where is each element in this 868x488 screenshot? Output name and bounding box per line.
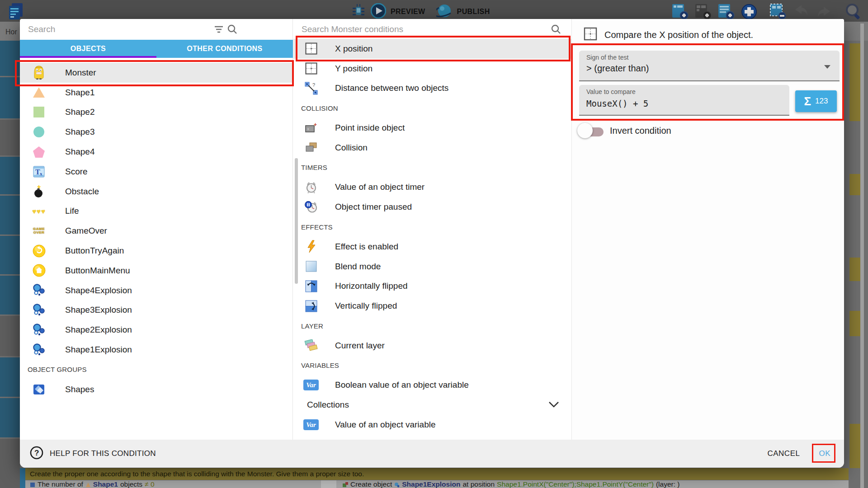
condition-label: Vertically flipped	[335, 301, 397, 311]
object-label: Monster	[65, 68, 96, 78]
object-row-shape4[interactable]: Shape4	[20, 142, 293, 162]
object-row-shape2[interactable]: Shape2	[20, 103, 293, 122]
condition-label: Value of an object variable	[335, 420, 436, 430]
objects-search-row	[20, 19, 292, 40]
condition-row-vertically-flipped[interactable]: Vertically flipped	[293, 296, 572, 316]
object-row-shapes[interactable]: Shapes	[20, 380, 293, 399]
triangle-icon	[27, 87, 51, 98]
conditions-scrollbar[interactable]	[295, 158, 298, 284]
chevron-down-icon[interactable]	[548, 400, 559, 410]
cancel-button[interactable]: CANCEL	[767, 449, 800, 458]
object-row-gameover[interactable]: GAMEOVERGameOver	[20, 221, 293, 241]
explosion-icon	[27, 343, 51, 357]
tab-objects[interactable]: OBJECTS	[20, 40, 156, 58]
event-condition-cell: The number of Shape1 objects ≠ 0	[25, 480, 321, 488]
object-row-shape3[interactable]: Shape3	[20, 122, 293, 142]
condition-label: Point inside object	[335, 123, 405, 133]
condition-row-current-layer[interactable]: Current layer	[293, 336, 572, 356]
object-row-obstacle[interactable]: Obstacle	[20, 182, 293, 202]
condition-row-collision[interactable]: Collision	[293, 138, 572, 158]
object-row-buttonmainmenu[interactable]: ButtonMainMenu	[20, 261, 293, 281]
object-row-shape3explosion[interactable]: Shape3Explosion	[20, 300, 293, 320]
condition-row-point-inside-object[interactable]: ++Point inside object	[293, 118, 572, 138]
action-object: Shape1Explosion	[402, 480, 460, 488]
sign-of-test-select[interactable]: Sign of the test > (greater than)	[579, 51, 840, 81]
ok-button[interactable]: OK	[819, 449, 830, 458]
object-row-score[interactable]: TxScore	[20, 162, 293, 182]
object-row-life[interactable]: ♥♥♥Life	[20, 202, 293, 221]
button-home-icon	[27, 264, 51, 277]
timer-paused-icon	[301, 201, 321, 214]
object-label: Shape4Explosion	[65, 286, 132, 296]
background-comment-block	[849, 43, 860, 121]
value-to-compare-input[interactable]: Value to compare MouseX() + 5	[579, 85, 789, 116]
condition-label: Effect is enabled	[335, 242, 398, 252]
object-row-monster[interactable]: Monster	[20, 63, 293, 83]
distance-icon: ?	[301, 82, 321, 95]
toggle-knob	[577, 123, 593, 138]
condition-row-object-timer-paused[interactable]: Object timer paused	[293, 197, 572, 217]
object-row-shape1explosion[interactable]: Shape1Explosion	[20, 340, 293, 360]
publish-button[interactable]: PUBLISH	[457, 8, 490, 16]
button-retry-icon	[27, 244, 51, 258]
publish-globe-icon[interactable]	[436, 3, 453, 20]
event-action-cell: Create object Shape1Explosion at positio…	[336, 480, 679, 488]
svg-text:+: +	[307, 127, 309, 131]
timer-icon	[301, 181, 321, 194]
debugger-icon[interactable]	[351, 3, 366, 20]
circle-icon	[27, 126, 51, 138]
condition-subsection-collections[interactable]: Collections	[293, 395, 572, 415]
condition-row-value-of-an-object-variable[interactable]: VarValue of an object variable	[293, 415, 572, 435]
object-label: Shape4	[65, 147, 95, 157]
object-label: Life	[65, 206, 79, 216]
object-label: Shape3Explosion	[65, 305, 132, 315]
condition-row-x-position[interactable]: X position	[293, 39, 572, 59]
expression-editor-button[interactable]: Σ 123	[795, 90, 837, 112]
comment-block-edge	[20, 468, 25, 488]
conditions-panel: X positionY position?Distance between tw…	[293, 19, 572, 440]
conditions-search-input[interactable]	[302, 23, 473, 36]
background-event-block	[0, 196, 20, 235]
condition-label: Object timer paused	[335, 202, 412, 212]
help-button[interactable]: ? HELP FOR THIS CONDITION	[30, 446, 156, 461]
svg-text:+: +	[314, 122, 317, 128]
search-icon	[551, 24, 561, 37]
condition-label: Value of an object timer	[335, 182, 425, 192]
condition-row-horizontally-flipped[interactable]: Horizontally flipped	[293, 277, 572, 296]
object-group-icon	[27, 383, 51, 395]
svg-text:?: ?	[34, 449, 39, 457]
zoom-icon[interactable]	[844, 3, 863, 23]
invert-condition-toggle[interactable]: Invert condition	[577, 123, 671, 138]
filter-icon[interactable]	[214, 25, 224, 36]
condition-label: Boolean value of an object variable	[335, 380, 469, 390]
variable-icon: Var	[301, 380, 321, 390]
object-label: Shape2	[65, 107, 95, 117]
condition-label: Collision	[335, 143, 368, 153]
object-label: Shape3	[65, 127, 95, 137]
left-panel-tabs: OBJECTS OTHER CONDITIONS	[20, 40, 293, 58]
preview-button[interactable]: PREVIEW	[391, 8, 425, 16]
preview-play-icon[interactable]	[371, 3, 386, 20]
object-row-buttontryagain[interactable]: ButtonTryAgain	[20, 241, 293, 261]
objects-search-input[interactable]	[28, 23, 200, 36]
x-position-icon	[584, 27, 597, 42]
home-tab: Hor	[5, 28, 17, 36]
background-event-block	[0, 398, 20, 437]
condition-row-effect-is-enabled[interactable]: Effect is enabled	[293, 237, 572, 257]
bomb-icon	[27, 185, 51, 198]
object-row-shape2explosion[interactable]: Shape2Explosion	[20, 320, 293, 340]
object-row-shape1[interactable]: Shape1	[20, 83, 293, 103]
condition-row-blend-mode[interactable]: Blend mode	[293, 257, 572, 277]
condition-row-boolean-value-of-an-object-variable[interactable]: VarBoolean value of an object variable	[293, 375, 572, 395]
object-row-shape4explosion[interactable]: Shape4Explosion	[20, 281, 293, 300]
tab-other-conditions[interactable]: OTHER CONDITIONS	[156, 40, 293, 58]
condition-title-row: Compare the X position of the object.	[584, 27, 753, 42]
condition-row-distance-between-two-objects[interactable]: ?Distance between two objects	[293, 79, 572, 99]
background-event-block	[0, 120, 20, 155]
explosion-icon	[27, 283, 51, 297]
condition-row-y-position[interactable]: Y position	[293, 59, 572, 79]
condition-group-header-effects: EFFECTS	[293, 217, 572, 237]
value-to-compare-value: MouseX() + 5	[586, 99, 648, 108]
background-event-block	[0, 77, 20, 118]
condition-row-value-of-an-object-timer[interactable]: Value of an object timer	[293, 178, 572, 197]
